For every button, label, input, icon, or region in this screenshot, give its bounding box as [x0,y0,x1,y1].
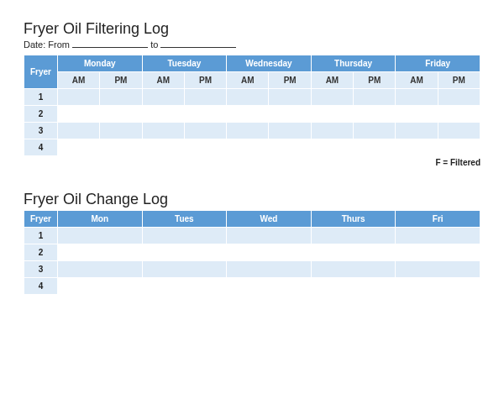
filtering-cell[interactable] [311,106,353,123]
filtering-cell[interactable] [354,89,396,106]
filtering-cell[interactable] [396,139,438,156]
change-cell[interactable] [227,278,312,295]
table-row: 4 [24,278,480,295]
filtering-cell[interactable] [227,89,269,106]
change-cell[interactable] [227,261,312,278]
filtering-cell[interactable] [184,123,226,139]
change-cell[interactable] [58,278,143,295]
filtering-cell[interactable] [184,89,226,106]
filtering-sub-pm: PM [184,72,226,89]
change-header-day: Mon [58,211,143,228]
filtering-sub-am: AM [396,72,438,89]
fryer-number: 2 [24,106,58,123]
filtering-cell[interactable] [354,139,396,156]
filtering-cell[interactable] [142,89,184,106]
fryer-number: 4 [24,278,58,295]
table-row: 4 [24,139,480,156]
filtering-header-fryer: Fryer [24,55,58,89]
filtering-cell[interactable] [142,123,184,139]
filtering-legend: F = Filtered [24,158,480,167]
change-cell[interactable] [142,261,227,278]
filtering-cell[interactable] [311,123,353,139]
change-cell[interactable] [311,278,396,295]
filtering-cell[interactable] [58,89,100,106]
table-row: 1 [24,89,480,106]
filtering-cell[interactable] [142,139,184,156]
change-cell[interactable] [227,244,312,261]
filtering-sub-pm: PM [269,72,311,89]
filtering-sub-am: AM [58,72,100,89]
change-header-day: Tues [142,211,227,228]
change-title: Fryer Oil Change Log [24,191,480,208]
change-cell[interactable] [396,278,480,295]
change-cell[interactable] [142,228,227,244]
filtering-table: Fryer Monday Tuesday Wednesday Thursday … [24,55,480,156]
filtering-sub-am: AM [142,72,184,89]
filtering-sub-pm: PM [438,72,480,89]
change-cell[interactable] [58,261,143,278]
filtering-cell[interactable] [58,123,100,139]
filtering-cell[interactable] [58,139,100,156]
change-cell[interactable] [58,228,143,244]
filtering-cell[interactable] [311,89,353,106]
filtering-cell[interactable] [100,89,142,106]
fryer-number: 2 [24,244,58,261]
filtering-cell[interactable] [396,106,438,123]
filtering-cell[interactable] [269,89,311,106]
filtering-cell[interactable] [227,123,269,139]
fryer-number: 3 [24,261,58,278]
filtering-cell[interactable] [438,106,480,123]
date-to-blank[interactable] [160,39,236,48]
filtering-cell[interactable] [311,139,353,156]
change-cell[interactable] [311,228,396,244]
filtering-cell[interactable] [438,139,480,156]
table-row: 3 [24,123,480,139]
filtering-cell[interactable] [354,106,396,123]
filtering-cell[interactable] [354,123,396,139]
date-mid: to [150,39,158,50]
change-cell[interactable] [396,244,480,261]
filtering-cell[interactable] [269,123,311,139]
filtering-cell[interactable] [100,123,142,139]
filtering-cell[interactable] [227,106,269,123]
change-header-fryer: Fryer [24,211,58,228]
change-header-day: Thurs [311,211,396,228]
filtering-cell[interactable] [142,106,184,123]
filtering-cell[interactable] [100,139,142,156]
filtering-cell[interactable] [396,89,438,106]
change-header-day: Wed [227,211,312,228]
filtering-sub-am: AM [311,72,353,89]
table-row: 3 [24,261,480,278]
fryer-number: 1 [24,89,58,106]
table-row: 1 [24,228,480,244]
filtering-cell[interactable] [58,106,100,123]
filtering-header-day: Monday [58,55,143,72]
change-cell[interactable] [58,244,143,261]
table-row: 2 [24,106,480,123]
table-row: 2 [24,244,480,261]
filtering-cell[interactable] [438,123,480,139]
change-cell[interactable] [142,278,227,295]
change-cell[interactable] [227,228,312,244]
filtering-header-day: Friday [396,55,480,72]
fryer-number: 3 [24,123,58,139]
date-from-blank[interactable] [72,39,148,48]
change-cell[interactable] [396,261,480,278]
filtering-header-day: Thursday [311,55,396,72]
filtering-cell[interactable] [269,106,311,123]
filtering-cell[interactable] [438,89,480,106]
filtering-cell[interactable] [269,139,311,156]
filtering-sub-pm: PM [100,72,142,89]
fryer-number: 1 [24,228,58,244]
filtering-cell[interactable] [396,123,438,139]
filtering-cell[interactable] [100,106,142,123]
filtering-cell[interactable] [227,139,269,156]
change-cell[interactable] [396,228,480,244]
change-cell[interactable] [311,261,396,278]
filtering-sub-am: AM [227,72,269,89]
filtering-cell[interactable] [184,106,226,123]
change-cell[interactable] [311,244,396,261]
filtering-sub-pm: PM [354,72,396,89]
change-cell[interactable] [142,244,227,261]
filtering-cell[interactable] [184,139,226,156]
